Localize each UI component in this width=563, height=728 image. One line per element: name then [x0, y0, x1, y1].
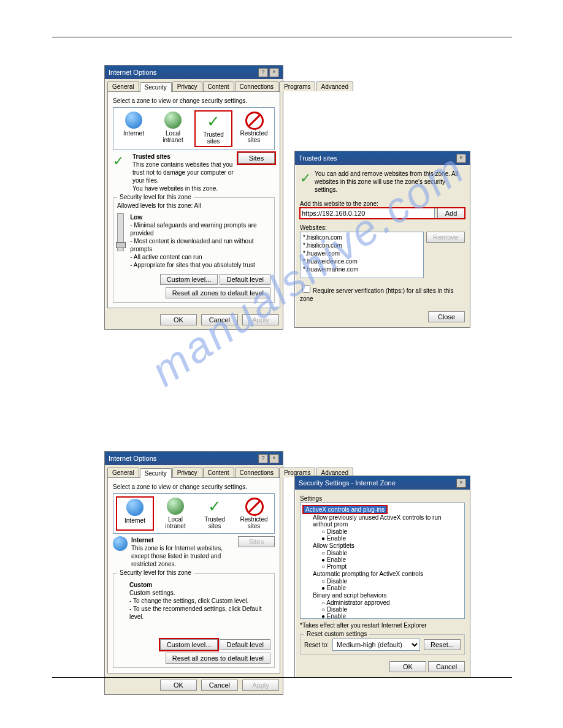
help-button[interactable]: ? [258, 68, 268, 77]
tab-security[interactable]: Security [140, 82, 172, 92]
zone-title: Trusted sites [132, 153, 170, 160]
tab-general[interactable]: General [107, 468, 139, 477]
remove-button[interactable]: Remove [426, 232, 465, 243]
radio-option[interactable]: ○ Disable [303, 550, 462, 556]
list-item[interactable]: *.hisilicon.com [302, 233, 422, 241]
check-icon: ✓ [205, 113, 222, 130]
tab-content[interactable]: Content [203, 468, 234, 477]
security-slider[interactable] [117, 213, 124, 251]
apply-button[interactable]: Apply [242, 314, 279, 325]
zone-desc2: You have websites in this zone. [132, 184, 234, 192]
tab-connections[interactable]: Connections [235, 82, 279, 91]
radio-option[interactable]: ○ Disable [303, 578, 462, 585]
activex-header[interactable]: ActiveX controls and plug-ins [303, 506, 387, 514]
zone-desc: This zone is for Internet websites, exce… [131, 544, 234, 568]
radio-option[interactable]: ○ Disable [303, 528, 462, 535]
reset-to-label: Reset to: [304, 641, 329, 649]
zone-restricted-sites[interactable]: Restricted sites [236, 496, 272, 531]
tab-general[interactable]: General [107, 82, 139, 91]
zone-restricted-sites[interactable]: Restricted sites [236, 110, 272, 147]
cancel-button[interactable]: Cancel [428, 661, 465, 672]
zone-local-intranet[interactable]: Local intranet [158, 496, 193, 531]
radio-option[interactable]: ○ Administrator approved [303, 599, 462, 606]
restart-note: *Takes effect after you restart Internet… [300, 621, 465, 629]
radio-option[interactable]: ● Enable [303, 613, 462, 619]
dialog-title: Internet Options [109, 455, 156, 462]
tab-connections[interactable]: Connections [235, 468, 279, 477]
security-settings-dialog: Security Settings - Internet Zone × Sett… [294, 476, 470, 678]
cancel-button[interactable]: Cancel [201, 680, 238, 691]
radio-option[interactable]: ○ Disable [303, 606, 462, 613]
allowed-levels: Allowed levels for this zone: All [117, 202, 270, 210]
reset-legend: Reset custom settings [304, 631, 369, 637]
reset-to-select[interactable]: Medium-high (default) [332, 639, 420, 651]
tab-programs[interactable]: Programs [279, 82, 315, 91]
zone-trusted-sites[interactable]: ✓Trusted sites [197, 496, 232, 531]
close-button[interactable]: × [456, 154, 466, 163]
radio-option[interactable]: ● Enable [303, 556, 462, 563]
no-icon [245, 112, 262, 129]
tree-item: Automatic prompting for ActiveX controls [303, 570, 462, 578]
level-name: Custom [129, 582, 152, 588]
tab-advanced[interactable]: Advanced [316, 82, 353, 91]
list-item[interactable]: *.hisilicon.com [302, 241, 422, 249]
radio-option[interactable]: ○ Prompt [303, 563, 462, 570]
close-button[interactable]: × [456, 479, 466, 488]
default-level-button[interactable]: Default level [220, 274, 270, 285]
require-https-checkbox[interactable] [302, 285, 310, 293]
intranet-icon [164, 112, 182, 129]
cancel-button[interactable]: Cancel [201, 314, 238, 325]
radio-option[interactable]: ● Enable [303, 535, 462, 542]
apply-button[interactable]: Apply [242, 680, 279, 691]
custom-level-button[interactable]: Custom level... [160, 274, 218, 285]
zone-desc: This zone contains websites that you tru… [132, 161, 234, 184]
trusted-sites-dialog: Trusted sites × ✓ You can add and remove… [294, 151, 470, 328]
help-button[interactable]: ? [258, 454, 268, 463]
trusted-desc: You can add and remove websites from thi… [315, 170, 465, 194]
zone-internet[interactable]: Internet [116, 496, 154, 531]
close-button[interactable]: × [269, 454, 279, 463]
default-level-button[interactable]: Default level [220, 639, 270, 650]
dialog-title: Trusted sites [299, 154, 337, 162]
tab-strip: General Security Privacy Content Connect… [105, 79, 283, 91]
radio-option[interactable]: ● Enable [303, 585, 462, 591]
list-item[interactable]: *.huaweidevice.com [302, 257, 422, 265]
websites-listbox[interactable]: *.hisilicon.com *.hisilicon.com *.huawei… [300, 232, 424, 278]
reset-zones-button[interactable]: Reset all zones to default level [166, 287, 270, 298]
zone-prompt: Select a zone to view or change security… [113, 97, 275, 105]
zone-list[interactable]: Internet Local intranet ✓Trusted sites R… [113, 107, 275, 150]
reset-button[interactable]: Reset... [424, 639, 461, 650]
custom-level-button[interactable]: Custom level... [160, 639, 218, 650]
tab-security[interactable]: Security [140, 468, 172, 478]
list-item[interactable]: *.huaweimarine.com [302, 265, 422, 273]
ok-button[interactable]: OK [160, 680, 197, 691]
globe-icon [113, 536, 128, 551]
titlebar: Security Settings - Internet Zone × [295, 476, 470, 490]
tree-item: Binary and script behaviors [303, 591, 462, 599]
zone-internet[interactable]: Internet [116, 110, 151, 147]
zone-local-intranet[interactable]: Local intranet [155, 110, 191, 147]
tab-content[interactable]: Content [203, 82, 234, 91]
intranet-icon [167, 498, 184, 515]
sites-button: Sites [238, 536, 275, 547]
settings-tree[interactable]: ActiveX controls and plug-ins Allow prev… [300, 502, 465, 619]
titlebar: Internet Options ?× [105, 452, 283, 465]
zone-trusted-sites[interactable]: ✓Trusted sites [194, 110, 232, 147]
security-level-legend: Security level for this zone [117, 569, 194, 576]
close-button[interactable]: × [269, 68, 279, 77]
ok-button[interactable]: OK [389, 661, 426, 672]
ok-button[interactable]: OK [160, 314, 197, 325]
tab-privacy[interactable]: Privacy [172, 82, 202, 91]
add-website-input[interactable] [300, 208, 435, 219]
internet-options-dialog: Internet Options ?× General Security Pri… [104, 65, 283, 330]
zone-list[interactable]: Internet Local intranet ✓Trusted sites R… [113, 493, 275, 534]
reset-zones-button[interactable]: Reset all zones to default level [166, 653, 270, 664]
security-level-legend: Security level for this zone [117, 194, 194, 200]
list-item[interactable]: *.huawei.com [302, 249, 422, 257]
tab-privacy[interactable]: Privacy [172, 468, 202, 477]
add-button[interactable]: Add [437, 208, 465, 219]
check-icon: ✓ [206, 498, 223, 515]
sites-button[interactable]: Sites [238, 153, 275, 164]
close-button[interactable]: Close [428, 311, 465, 322]
internet-options-dialog-2: Internet Options ?× General Security Pri… [104, 451, 283, 695]
